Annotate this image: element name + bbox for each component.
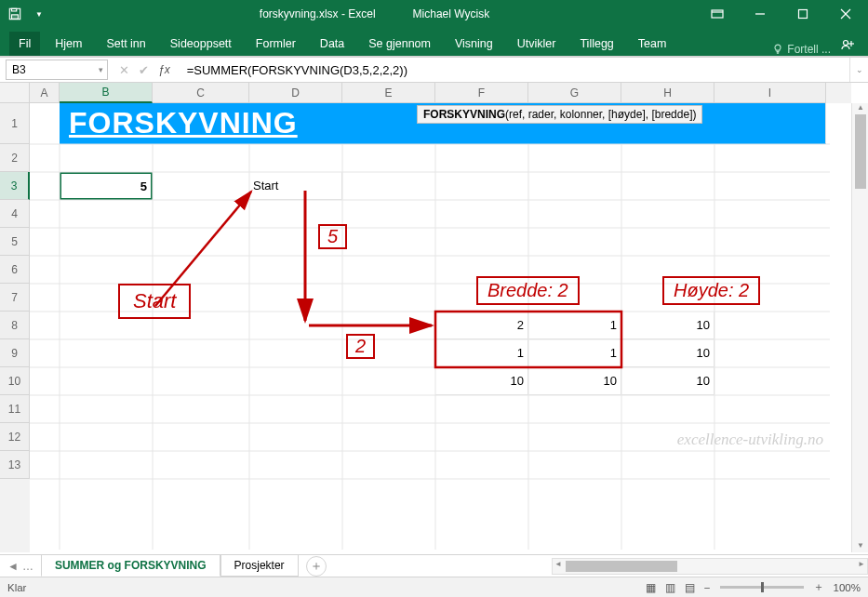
enter-icon[interactable]: ✔ xyxy=(139,63,149,77)
col-H[interactable]: H xyxy=(621,83,714,103)
svg-rect-1 xyxy=(12,15,19,19)
row-2[interactable]: 2 xyxy=(0,144,30,172)
sheet-tab-active[interactable]: SUMMER og FORSKYVNING xyxy=(41,555,220,577)
tab-tillegg[interactable]: Tillegg xyxy=(570,32,622,56)
tab-fil[interactable]: Fil xyxy=(9,32,40,56)
cell-G9[interactable]: 1 xyxy=(528,339,621,367)
cells-area[interactable]: FORSKYVNING 5 Start 2 1 10 1 1 10 10 10 … xyxy=(30,103,851,552)
ribbon-tabs: Fil Hjem Sett inn Sideoppsett Formler Da… xyxy=(0,28,868,56)
col-E[interactable]: E xyxy=(342,83,435,103)
col-A[interactable]: A xyxy=(30,83,60,103)
vertical-scrollbar[interactable]: ▲ ▼ xyxy=(851,103,868,552)
status-bar: Klar ▦ ▥ ▤ − ＋ 100% xyxy=(0,577,868,597)
sheet-nav-more-icon[interactable]: … xyxy=(22,560,33,573)
anno-2: 2 xyxy=(346,334,375,359)
formula-input[interactable] xyxy=(181,60,849,80)
cell-D3[interactable]: Start xyxy=(249,172,342,200)
zoom-level[interactable]: 100% xyxy=(834,582,861,593)
anno-bredde: Bredde: 2 xyxy=(476,276,580,305)
share-icon[interactable] xyxy=(836,37,859,56)
anno-start: Start xyxy=(118,284,191,319)
cell-H8[interactable]: 10 xyxy=(621,312,714,339)
col-C[interactable]: C xyxy=(153,83,249,103)
cell-F9[interactable]: 1 xyxy=(435,339,528,367)
zoom-slider[interactable] xyxy=(720,586,804,589)
save-icon[interactable] xyxy=(6,5,24,23)
function-tooltip: FORSKYVNING(ref, rader, kolonner, [høyde… xyxy=(417,105,702,124)
tab-hjem[interactable]: Hjem xyxy=(46,32,91,56)
cell-F8[interactable]: 2 xyxy=(435,312,528,339)
sheet-tab-bar: ◄ … SUMMER og FORSKYVNING Prosjekter ＋ xyxy=(0,554,868,577)
zoom-out-icon[interactable]: − xyxy=(704,582,711,593)
row-6[interactable]: 6 xyxy=(0,256,30,284)
expand-formula-bar-icon[interactable]: ⌄ xyxy=(849,58,868,82)
tab-data[interactable]: Data xyxy=(311,32,354,56)
col-B[interactable]: B xyxy=(60,83,153,103)
titlebar: ▼ forskyvning.xlsx - Excel Michael Wycis… xyxy=(0,0,868,28)
col-D[interactable]: D xyxy=(249,83,342,103)
cell-H9[interactable]: 10 xyxy=(621,339,714,367)
cell-H10[interactable]: 10 xyxy=(621,367,714,395)
page-title: FORSKYVNING xyxy=(69,106,298,140)
name-box[interactable]: B3 xyxy=(6,60,108,80)
select-all-corner[interactable] xyxy=(0,83,30,103)
maximize-icon[interactable] xyxy=(786,0,820,28)
sheet-nav-prev-icon[interactable]: ◄ xyxy=(7,560,19,573)
formula-bar: B3 ✕ ✔ ƒx ⌄ xyxy=(0,58,868,83)
row-12[interactable]: 12 xyxy=(0,423,30,451)
status-ready: Klar xyxy=(7,582,26,593)
svg-rect-2 xyxy=(12,8,17,11)
fx-icon[interactable]: ƒx xyxy=(158,63,170,76)
svg-point-9 xyxy=(844,41,848,46)
row-10[interactable]: 10 xyxy=(0,367,30,395)
anno-hoyde: Høyde: 2 xyxy=(662,276,760,305)
tab-settinn[interactable]: Sett inn xyxy=(97,32,154,56)
minimize-icon[interactable] xyxy=(743,0,777,28)
view-normal-icon[interactable]: ▦ xyxy=(646,581,656,594)
zoom-in-icon[interactable]: ＋ xyxy=(813,580,824,594)
row-5[interactable]: 5 xyxy=(0,228,30,256)
cell-F10[interactable]: 10 xyxy=(435,367,528,395)
row-7[interactable]: 7 xyxy=(0,284,30,312)
row-4[interactable]: 4 xyxy=(0,200,30,228)
col-G[interactable]: G xyxy=(528,83,621,103)
ribbon-options-icon[interactable] xyxy=(701,0,734,28)
view-page-break-icon[interactable]: ▤ xyxy=(685,581,695,594)
cancel-icon[interactable]: ✕ xyxy=(119,63,129,77)
row-11[interactable]: 11 xyxy=(0,395,30,423)
cell-G8[interactable]: 1 xyxy=(528,312,621,339)
view-page-layout-icon[interactable]: ▥ xyxy=(665,581,675,594)
add-sheet-button[interactable]: ＋ xyxy=(306,556,327,577)
anno-5: 5 xyxy=(318,224,347,249)
cell-B3[interactable]: 5 xyxy=(60,172,153,200)
svg-rect-6 xyxy=(799,10,808,19)
worksheet-grid: A B C D E F G H I 1 2 3 4 5 6 7 8 9 10 1… xyxy=(0,83,868,552)
tell-me[interactable]: Fortell ... xyxy=(772,43,831,56)
cell-G10[interactable]: 10 xyxy=(528,367,621,395)
horizontal-scrollbar[interactable] xyxy=(552,558,868,575)
tab-utvikler[interactable]: Utvikler xyxy=(508,32,566,56)
tab-team[interactable]: Team xyxy=(629,32,676,56)
tab-visning[interactable]: Visning xyxy=(446,32,502,56)
tab-segjennom[interactable]: Se gjennom xyxy=(359,32,440,56)
row-9[interactable]: 9 xyxy=(0,339,30,367)
chevron-down-icon[interactable]: ▼ xyxy=(30,5,48,23)
row-3[interactable]: 3 xyxy=(0,172,30,200)
row-13[interactable]: 13 xyxy=(0,451,30,479)
document-title: forskyvning.xlsx - Excel xyxy=(260,7,376,20)
col-I[interactable]: I xyxy=(714,83,826,103)
tab-sideoppsett[interactable]: Sideoppsett xyxy=(161,32,241,56)
column-headers: A B C D E F G H I xyxy=(30,83,851,103)
svg-rect-3 xyxy=(712,10,723,18)
sheet-tab-prosjekter[interactable]: Prosjekter xyxy=(220,555,299,577)
watermark: excellence-utvikling.no xyxy=(677,431,823,449)
close-icon[interactable] xyxy=(829,0,862,28)
col-F[interactable]: F xyxy=(435,83,528,103)
tab-formler[interactable]: Formler xyxy=(247,32,305,56)
username: Michael Wycisk xyxy=(413,7,490,20)
row-headers: 1 2 3 4 5 6 7 8 9 10 11 12 13 xyxy=(0,103,30,552)
row-1[interactable]: 1 xyxy=(0,103,30,144)
row-8[interactable]: 8 xyxy=(0,312,30,339)
